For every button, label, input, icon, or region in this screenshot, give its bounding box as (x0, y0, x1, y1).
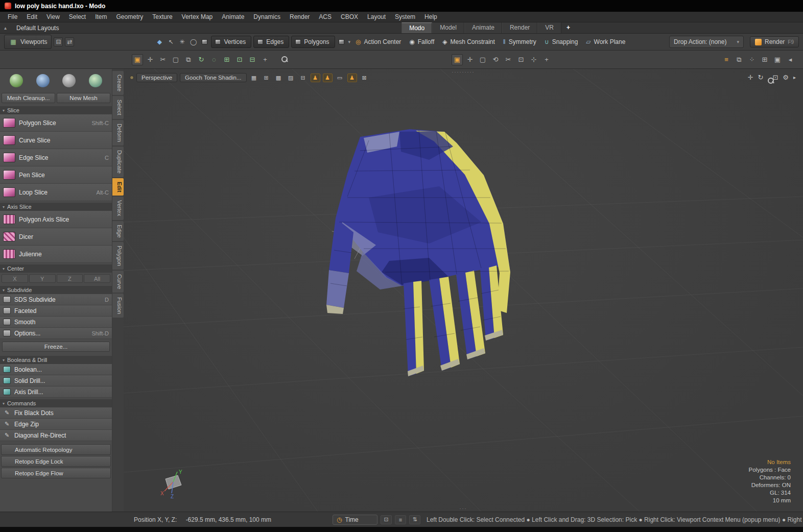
tool-dicer[interactable]: Dicer (0, 228, 112, 246)
element-push-tool-icon[interactable] (85, 71, 106, 90)
menu-acs[interactable]: ACS (314, 12, 336, 21)
layout-tab-model[interactable]: Model (432, 22, 464, 33)
menu-geometry[interactable]: Geometry (112, 12, 148, 21)
viewport-3d[interactable]: ········· ··· Perspective Gooch Tone Sha… (124, 69, 803, 512)
tool-sds-subdivide[interactable]: SDS Subdivide D (0, 294, 112, 305)
tab-duplicate[interactable]: Duplicate (112, 147, 124, 177)
grid-toggle-icon[interactable]: ⊞ (262, 74, 271, 82)
polygons-mode-button[interactable]: Polygons (291, 36, 335, 48)
vertices-mode-button[interactable]: Vertices (211, 36, 251, 48)
loop-tool-icon[interactable]: ↻ (196, 54, 207, 65)
menu-render[interactable]: Render (285, 12, 314, 21)
edges-mode-button[interactable]: Edges (253, 36, 289, 48)
pan-icon[interactable]: ✛ (748, 74, 753, 81)
menu-help[interactable]: Help (420, 12, 442, 21)
show-locators-icon[interactable]: ♟ (323, 74, 333, 82)
menu-layout[interactable]: Layout (363, 12, 390, 21)
show-selected-icon[interactable]: ♟ (347, 74, 357, 82)
viewport-menu-dot-icon[interactable] (130, 76, 134, 80)
show-items-icon[interactable]: ♟ (311, 74, 320, 82)
snapshot-icon[interactable]: ▢ (170, 54, 181, 65)
tool-diagonal-redirect[interactable]: ✎ Diagonal Re-Direct (0, 430, 112, 441)
hide-none-icon[interactable]: ⊠ (360, 74, 369, 82)
tool-axis-drill[interactable]: Axis Drill... (0, 386, 112, 398)
menu-edit[interactable]: Edit (22, 12, 42, 21)
expand-select-icon[interactable]: ⊞ (221, 54, 232, 65)
split-view-icon[interactable]: ⊟ (54, 37, 63, 46)
shrink-select-icon[interactable]: ⊟ (247, 54, 258, 65)
section-header-center[interactable]: ▾ Center (0, 264, 112, 273)
wireframe-toggle-icon[interactable]: ▩ (274, 74, 284, 82)
ghost-mode-2-icon[interactable]: ▣ (452, 54, 463, 65)
menu-dynamics[interactable]: Dynamics (249, 12, 285, 21)
new-mesh-button[interactable]: New Mesh (57, 93, 110, 103)
shader-tree-icon[interactable]: ⧉ (734, 54, 745, 65)
cut-tool-2-icon[interactable]: ✂ (503, 54, 514, 65)
lasso-select-icon[interactable]: ◯ (188, 37, 198, 46)
freeze-button[interactable]: Freeze... (2, 342, 110, 352)
ghost-mode-icon[interactable]: ▣ (132, 54, 143, 65)
frame-tool-icon[interactable]: ▢ (477, 54, 488, 65)
tool-pen-slice[interactable]: Pen Slice (0, 166, 112, 184)
layout-tab-modo[interactable]: Modo (402, 22, 432, 33)
menu-system[interactable]: System (390, 12, 420, 21)
tab-curve[interactable]: Curve (112, 271, 124, 293)
center-z-button[interactable]: Z (57, 274, 83, 283)
target-tool-icon[interactable]: ⊹ (528, 54, 539, 65)
add-tool-icon[interactable]: + (259, 54, 271, 65)
tool-solid-drill[interactable]: Solid Drill... (0, 375, 112, 386)
menu-select[interactable]: Select (64, 12, 90, 21)
menu-view[interactable]: View (42, 12, 64, 21)
paint-select-icon[interactable]: ✳ (177, 37, 186, 46)
keyframe-icon[interactable]: ⊡ (381, 515, 392, 524)
swap-view-icon[interactable]: ⇄ (65, 37, 74, 46)
camera-view-button[interactable]: Perspective (136, 73, 177, 82)
viewports-button[interactable]: ▦ Viewports (4, 35, 52, 49)
camera-tool-icon[interactable]: ⊡ (515, 54, 527, 65)
move-tool-2-icon[interactable]: ✛ (464, 54, 476, 65)
duplicate-icon[interactable]: ⧉ (183, 54, 194, 65)
grow-select-icon[interactable]: ⊡ (234, 54, 245, 65)
layout-tab-animate[interactable]: Animate (464, 22, 502, 33)
menu-animate[interactable]: Animate (217, 12, 249, 21)
add-tool-2-icon[interactable]: + (541, 54, 552, 65)
add-layout-tab-button[interactable]: + (561, 22, 575, 33)
tool-fix-black-dots[interactable]: ✎ Fix Black Dots (0, 407, 112, 419)
time-button[interactable]: ◷ Time (333, 515, 377, 525)
work-plane-button[interactable]: ▱ Work Plane (583, 36, 628, 47)
timeline-expand-icon[interactable]: ⇅ (409, 515, 420, 524)
menu-item[interactable]: Item (90, 12, 111, 21)
viewport-splitter-handle-bottom[interactable]: ··· (460, 506, 467, 511)
tool-boolean[interactable]: Boolean... (0, 364, 112, 375)
tool-edge-slice[interactable]: Edge Slice C (0, 149, 112, 166)
tab-edit[interactable]: Edit (112, 178, 124, 196)
center-all-button[interactable]: All (84, 274, 110, 283)
transform-tool-icon[interactable] (33, 71, 53, 90)
tab-fusion[interactable]: Fusion (112, 294, 124, 318)
symmetry-button[interactable]: ‖ Symmetry (500, 36, 539, 47)
tab-select[interactable]: Select (112, 96, 124, 119)
tool-polygon-slice[interactable]: Polygon Slice Shift-C (0, 114, 112, 132)
tab-vertex[interactable]: Vertex (112, 197, 124, 220)
menu-file[interactable]: File (3, 12, 22, 21)
tool-curve-slice[interactable]: Curve Slice (0, 132, 112, 149)
section-header-booleans[interactable]: ▾ Booleans & Drill (0, 356, 112, 364)
rotate-tool-icon[interactable]: ⟲ (490, 54, 501, 65)
element-move-tool-icon[interactable] (6, 71, 27, 90)
retopo-edge-lock-button[interactable]: Retopo Edge Lock (1, 456, 111, 467)
tool-polygon-axis-slice[interactable]: Polygon Axis Slice (0, 211, 112, 228)
menu-texture[interactable]: Texture (148, 12, 177, 21)
mode-dropdown-icon[interactable]: ▾ (348, 39, 351, 44)
tool-faceted[interactable]: Faceted (0, 305, 112, 317)
tab-polygon[interactable]: Polygon (112, 242, 124, 270)
ring-tool-icon[interactable]: ◌ (208, 54, 220, 65)
menu-cbox[interactable]: CBOX (336, 12, 363, 21)
render-button[interactable]: Render F9 (750, 36, 799, 47)
automatic-retopology-button[interactable]: Automatic Retopology (1, 444, 111, 455)
capsule-display-icon[interactable]: ▭ (335, 74, 345, 82)
tab-create[interactable]: Create (112, 71, 124, 95)
item-select-icon[interactable] (337, 37, 346, 46)
menu-vertex-map[interactable]: Vertex Map (177, 12, 218, 21)
cut-tool-icon[interactable]: ✂ (157, 54, 169, 65)
viewport-splitter-handle[interactable]: ········· (452, 69, 475, 75)
